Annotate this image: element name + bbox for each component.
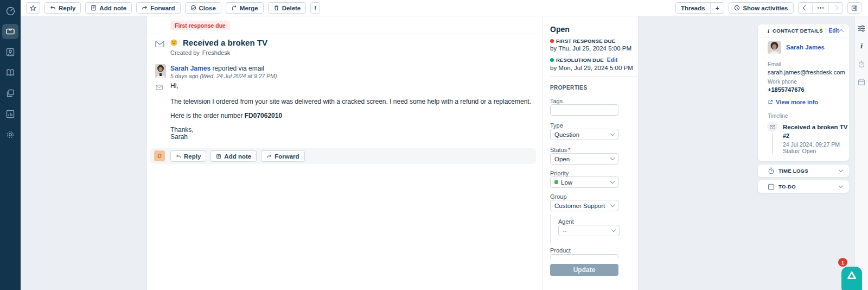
tags-input[interactable]: [550, 104, 618, 116]
next-ticket-button[interactable]: [828, 3, 843, 13]
view-more-info-link[interactable]: View more info: [768, 99, 818, 105]
contact-card-header: i CONTACT DETAILS | Edit: [758, 24, 849, 37]
update-button[interactable]: Update: [550, 264, 618, 276]
quick-reply-buttons: Reply Add note Forward: [170, 150, 305, 162]
widget-icon-strip: i: [854, 16, 868, 290]
main-sidebar: [0, 0, 21, 290]
close-button[interactable]: Close: [185, 2, 221, 14]
timeline-item-id: #2: [783, 133, 789, 139]
calendar-icon: [768, 183, 775, 190]
type-label: Type: [550, 122, 563, 129]
add-note-button[interactable]: Add note: [85, 2, 132, 14]
freshdesk-logo-icon[interactable]: [2, 3, 18, 18]
required-asterisk: *: [568, 147, 570, 153]
group-select[interactable]: Customer Support: [550, 200, 618, 211]
merge-button[interactable]: Merge: [226, 2, 264, 14]
closing-line: Thanks,: [170, 127, 545, 134]
sidebar-item-contacts[interactable]: [2, 45, 18, 60]
sidebar-item-forums[interactable]: [2, 86, 18, 101]
new-thread-button[interactable]: +: [710, 3, 724, 13]
chevron-down-icon: [839, 184, 843, 188]
customize-sliders-icon[interactable]: [856, 22, 867, 34]
title-divider: [180, 39, 180, 47]
timeline-email-icon: [767, 122, 777, 132]
resolution-edit-link[interactable]: Edit: [607, 57, 618, 63]
status-select[interactable]: Open: [550, 153, 618, 165]
type-select[interactable]: Question: [550, 129, 618, 140]
todo-card[interactable]: TO-DO: [757, 180, 850, 193]
requester-avatar[interactable]: [155, 64, 166, 78]
contact-info-icon[interactable]: i: [856, 40, 867, 52]
group-value: Customer Support: [554, 203, 605, 209]
panel-toggle-icon: [851, 5, 858, 11]
signature-line: Sarah: [170, 134, 545, 141]
freshdesk-ticket-page: Reply Add note Forward Close: [0, 0, 868, 290]
created-by-label: Created by: [170, 49, 200, 56]
conversation-panel: First response due Received a broken TV …: [146, 16, 542, 290]
timeline-item-title[interactable]: Received a broken TV: [783, 124, 848, 130]
note-icon: [91, 5, 97, 11]
contact-name-link[interactable]: Sarah James: [786, 44, 825, 51]
message-timestamp: 5 days ago (Wed, 24 Jul 2024 at 9:27 PM): [170, 73, 277, 79]
close-label: Close: [199, 5, 216, 11]
reply-icon: [176, 154, 181, 159]
toolbar-left-actions: Reply Add note Forward Close: [26, 2, 320, 14]
sidebar-item-analytics[interactable]: [2, 106, 18, 122]
agent-select[interactable]: --: [558, 225, 620, 236]
properties-section-title: PROPERTIES: [550, 85, 587, 91]
chevron-up-icon[interactable]: [839, 29, 844, 34]
agent-field-group: Agent --: [550, 215, 627, 243]
quick-reply-label: Reply: [184, 153, 201, 160]
order-line: Here is the order number FD07062010: [170, 112, 545, 119]
star-button[interactable]: [26, 2, 40, 14]
first-response-due-label: FIRST RESPONSE DUE: [550, 38, 615, 44]
chat-notification-badge[interactable]: 1: [838, 258, 847, 267]
status-label: Status*: [550, 147, 570, 153]
quick-forward-button[interactable]: Forward: [261, 150, 304, 162]
ticket-status-heading: Open: [550, 25, 570, 34]
reply-label: Reply: [59, 5, 75, 11]
chevron-left-icon: [802, 5, 808, 11]
resolution-due-value: by Mon, Jul 29, 2024 5:00 PM: [550, 65, 633, 71]
reply-button[interactable]: Reply: [44, 2, 81, 14]
group-label: Group: [550, 193, 567, 200]
quick-add-note-button[interactable]: Add note: [210, 150, 257, 162]
threads-button[interactable]: Threads: [676, 3, 710, 13]
more-tickets-button[interactable]: [812, 3, 829, 13]
sidebar-item-solutions[interactable]: [2, 65, 18, 80]
priority-value: Low: [561, 179, 572, 186]
contact-avatar[interactable]: [768, 41, 781, 54]
forward-button[interactable]: Forward: [136, 2, 180, 14]
time-logs-strip-icon[interactable]: [856, 58, 867, 70]
previous-ticket-button[interactable]: [799, 3, 812, 13]
product-label: Product: [550, 247, 571, 254]
todo-strip-icon[interactable]: [856, 76, 867, 88]
quick-reply-button[interactable]: Reply: [170, 150, 206, 162]
ellipsis-icon: [818, 7, 824, 9]
circle-check-icon: [190, 5, 196, 11]
freshworks-logo-icon: [846, 270, 857, 281]
time-logs-card[interactable]: TIME LOGS: [757, 164, 850, 178]
sidebar-item-admin[interactable]: [2, 127, 18, 142]
contact-edit-link[interactable]: Edit: [828, 28, 839, 34]
priority-select[interactable]: Low: [550, 176, 618, 188]
spam-button[interactable]: !: [310, 2, 320, 14]
author-name-link[interactable]: Sarah James: [170, 65, 210, 72]
sidebar-item-tickets[interactable]: [2, 24, 18, 39]
show-activities-button[interactable]: Show activities: [729, 2, 793, 14]
work-phone-label: Work phone: [768, 79, 797, 85]
green-dot-icon: [550, 58, 554, 62]
agent-label: Agent: [558, 218, 574, 225]
collapse-panel-button[interactable]: [847, 2, 861, 14]
freshworks-chat-widget[interactable]: [841, 267, 862, 290]
delete-button[interactable]: Delete: [268, 2, 307, 14]
chevron-down-icon: [611, 228, 616, 232]
created-by-value: Freshdesk: [202, 49, 230, 56]
chevron-down-icon: [610, 179, 615, 184]
priority-low-icon: [554, 180, 558, 184]
forward-icon: [266, 154, 272, 159]
timeline-connector: [772, 133, 773, 154]
delete-label: Delete: [282, 5, 301, 11]
agent-avatar[interactable]: D: [154, 150, 165, 161]
properties-divider: [550, 76, 638, 77]
